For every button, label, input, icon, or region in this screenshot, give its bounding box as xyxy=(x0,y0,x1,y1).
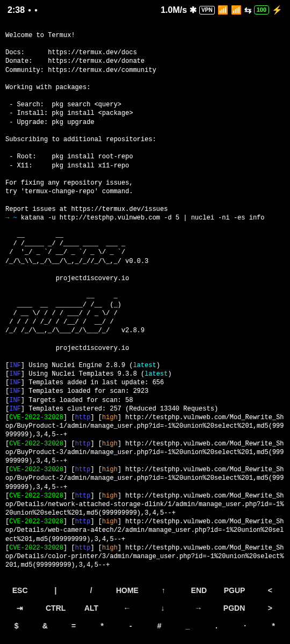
signal-icon: 📶 xyxy=(218,4,228,16)
katana-ascii: / '_/ _ `/ __/ _ `/ _ \/ _ `/ xyxy=(5,248,125,256)
key-pipe[interactable]: | xyxy=(45,586,66,596)
key-hash[interactable]: # xyxy=(149,621,170,631)
key-underscore[interactable]: _ xyxy=(177,621,199,631)
key-pgdn[interactable]: PGDN xyxy=(223,603,245,613)
cve-finding: [CVE-2022-32028] [http] [high] http://te… xyxy=(5,544,284,569)
vpn-badge: VPN xyxy=(199,6,215,14)
key-gt[interactable]: > xyxy=(259,603,281,613)
key-lt[interactable]: < xyxy=(259,586,281,596)
katana-ascii: __ __ xyxy=(5,231,63,239)
bluetooth-icon: ✱ xyxy=(190,4,197,16)
key-amp[interactable]: & xyxy=(34,621,56,631)
clock: 2:38 xyxy=(8,4,25,16)
key-dollar[interactable]: $ xyxy=(6,621,27,631)
key-end[interactable]: END xyxy=(188,586,209,596)
pkg-search: - Search: pkg search <query> xyxy=(5,101,121,108)
network-speed: 1.0M/s xyxy=(161,4,187,16)
info-line: [INF] Templates clustered: 257 (Reduced … xyxy=(5,405,218,413)
tilde-icon: ~ xyxy=(13,214,17,222)
katana-ascii: / /_____ _/ /____ ____ ___ _ xyxy=(5,240,125,247)
key-up[interactable]: ↑ xyxy=(153,586,174,596)
key-dash[interactable]: - xyxy=(120,621,141,631)
katana-ascii: /_/\_\\_,_/\__/\_,_/_//_/\_,_/ v0.0.3 xyxy=(5,258,148,265)
nuclei-ascii: / __ \/ / / / ___/ / _ \/ / xyxy=(5,310,118,317)
nuclei-ascii: /_/ /_/\__,_/\___/_/\___/_/ v2.8.9 xyxy=(5,327,144,334)
fix-line: try 'termux-change-repo' command. xyxy=(5,188,133,195)
report-line: Report issues at https://termux.dev/issu… xyxy=(5,206,168,213)
katana-site: projectdiscovery.io xyxy=(5,275,129,282)
pkg-install: - Install: pkg install <package> xyxy=(5,109,133,117)
info-line: [INF] Using Nuclei Templates 9.3.8 (late… xyxy=(5,370,172,378)
terminal-output[interactable]: Welcome to Termux! Docs: https://termux.… xyxy=(0,20,290,572)
welcome-line: Welcome to Termux! xyxy=(5,32,75,39)
key-esc[interactable]: ESC xyxy=(9,586,31,596)
key-mid[interactable]: · xyxy=(234,621,256,631)
key-left[interactable]: ← xyxy=(117,603,138,613)
extra-keys-row: ESC | / HOME ↑ END PGUP < ⇥ CTRL ALT ← ↓… xyxy=(0,580,290,644)
cve-finding: [CVE-2022-32028] [http] [high] http://te… xyxy=(5,414,284,438)
command-prompt: → ~ katana -u http://testphp.vulnweb.com… xyxy=(5,214,265,222)
info-line: [INF] Using Nuclei Engine 2.8.9 (latest) xyxy=(5,362,160,369)
nuclei-ascii: / / / / /_/ / /__/ / __/ / xyxy=(5,318,114,326)
key-dot[interactable]: . xyxy=(206,621,227,631)
fix-line: For fixing any repository issues, xyxy=(5,179,133,187)
key-eq[interactable]: = xyxy=(63,621,84,631)
wifi-icon: ⇆ xyxy=(244,4,251,16)
key-tab[interactable]: ⇥ xyxy=(9,603,31,613)
pkg-upgrade: - Upgrade: pkg upgrade xyxy=(5,119,95,126)
x11-repo: - X11: pkg install x11-repo xyxy=(5,162,129,170)
cve-finding: [CVE-2022-32028] [http] [high] http://te… xyxy=(5,466,284,491)
repos-heading: Subscribing to additional repositories: xyxy=(5,136,156,143)
key-home[interactable]: HOME xyxy=(116,586,139,596)
key-alt[interactable]: ALT xyxy=(81,603,102,613)
cve-finding: [CVE-2022-32028] [http] [high] http://te… xyxy=(5,440,284,465)
info-line: [INF] Templates added in last update: 65… xyxy=(5,379,164,386)
donate-line: Donate: https://termux.dev/donate xyxy=(5,57,144,65)
cve-finding: [CVE-2022-32028] [http] [high] http://te… xyxy=(5,518,284,543)
charging-icon: ⚡ xyxy=(272,4,282,16)
notif-dot-icon: ● xyxy=(28,6,31,14)
key-ctrl[interactable]: CTRL xyxy=(45,603,67,613)
nuclei-ascii: ____ __ _______/ /__ (_) xyxy=(5,301,121,309)
community-line: Community: https://termux.dev/community xyxy=(5,67,156,74)
key-star2[interactable]: * xyxy=(263,621,284,631)
info-line: [INF] Templates loaded for scan: 2923 xyxy=(5,387,148,395)
notif-dot-icon: ● xyxy=(34,6,38,14)
key-pgup[interactable]: PGUP xyxy=(224,586,245,596)
prompt-arrow-icon: → xyxy=(5,214,9,222)
status-bar: 2:38 ● ● 1.0M/s ✱ VPN 📶 📶 ⇆ 100 ⚡ xyxy=(0,0,290,20)
key-star[interactable]: * xyxy=(91,621,113,631)
root-repo: - Root: pkg install root-repo xyxy=(5,153,133,160)
packages-heading: Working with packages: xyxy=(5,84,90,91)
key-down[interactable]: ↓ xyxy=(152,603,173,613)
nuclei-ascii: __ _ xyxy=(5,292,118,299)
signal-icon: 📶 xyxy=(231,4,242,16)
key-right[interactable]: → xyxy=(187,603,209,613)
info-line: [INF] Targets loaded for scan: 58 xyxy=(5,397,133,404)
command-text: katana -u http://testphp.vulnweb.com -d … xyxy=(21,214,265,222)
cve-finding: [CVE-2022-32028] [http] [high] http://te… xyxy=(5,492,284,517)
docs-line: Docs: https://termux.dev/docs xyxy=(5,49,137,56)
nuclei-site: projectdiscovery.io xyxy=(5,345,129,352)
key-slash[interactable]: / xyxy=(81,586,102,596)
battery-indicator: 100 xyxy=(254,5,269,14)
